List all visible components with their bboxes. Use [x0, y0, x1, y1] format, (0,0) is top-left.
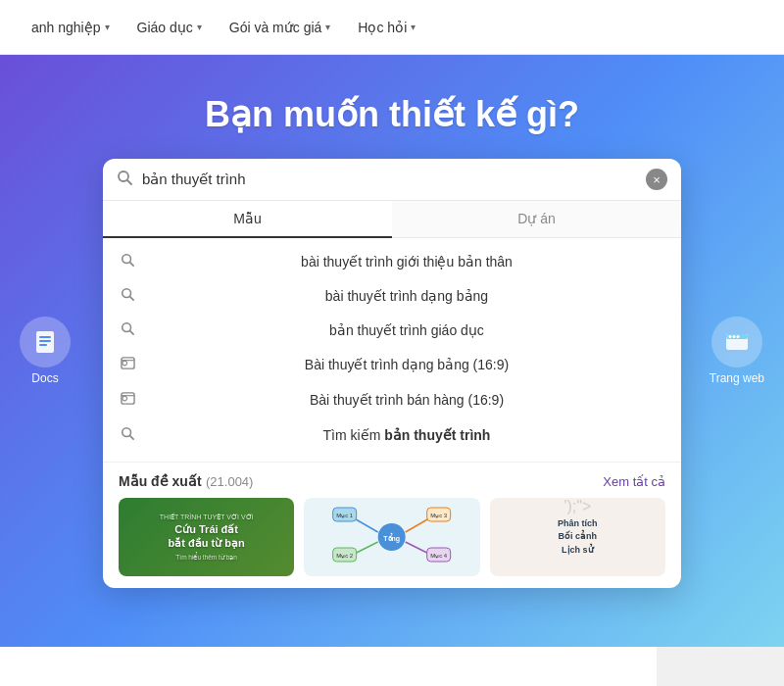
- svg-point-8: [736, 335, 739, 338]
- template-icon: [119, 391, 136, 409]
- svg-point-7: [732, 335, 735, 338]
- suggestion-text: Bài thuyết trình bán hàng (16:9): [148, 392, 665, 408]
- content-area: as Video: [0, 647, 784, 686]
- hero-title: Bạn muốn thiết kế gì?: [20, 94, 764, 135]
- view-all-link[interactable]: Xem tất cả: [603, 474, 665, 489]
- svg-line-16: [130, 331, 134, 335]
- suggestion-item[interactable]: bài thuyết trình dạng bảng: [103, 278, 681, 313]
- search-tabs: Mẫu Dự án: [103, 201, 681, 238]
- featured-section: Mẫu đề xuất (21.004) Xem tất cả THIẾT TR…: [103, 462, 681, 588]
- suggestion-item[interactable]: bản thuyết trình giáo dục: [103, 313, 681, 347]
- search-input-row: ×: [103, 159, 681, 201]
- docs-icon[interactable]: [20, 317, 71, 368]
- nav-label-education: Giáo dục: [137, 20, 193, 35]
- featured-card-2[interactable]: Tổng Mục 1 Mục 2 Mục 3 Mục 4: [304, 498, 479, 576]
- svg-rect-1: [39, 336, 51, 338]
- suggestion-item-search-bold[interactable]: Tìm kiếm bản thuyết trình: [103, 417, 681, 452]
- svg-text:Mục 2: Mục 2: [336, 553, 354, 560]
- nav-label-pricing: Gói và mức giá: [229, 20, 322, 35]
- webpage-icon[interactable]: [711, 317, 762, 368]
- featured-card-1[interactable]: THIẾT TRÌNH TUYỆT VỜI VỚI Cứu Trái đấtbắ…: [119, 498, 294, 576]
- hero-section: Bạn muốn thiết kế gì? Docs: [0, 55, 784, 647]
- nav-item-learn[interactable]: Học hỏi ▾: [346, 12, 427, 43]
- search-icon: [119, 321, 136, 338]
- suggestion-prefix: Tìm kiếm: [323, 427, 385, 443]
- suggestion-list: bài thuyết trình giới thiệu bản thân bài…: [103, 238, 681, 458]
- search-icon: [117, 170, 132, 189]
- svg-rect-17: [121, 358, 133, 368]
- svg-line-14: [130, 297, 134, 301]
- suggestion-item[interactable]: Bài thuyết trình dạng bảng (16:9): [103, 347, 681, 382]
- featured-header: Mẫu đề xuất (21.004) Xem tất cả: [119, 463, 665, 498]
- suggestion-text-bold: Tìm kiếm bản thuyết trình: [148, 427, 665, 443]
- svg-line-10: [127, 180, 131, 184]
- search-icon: [119, 287, 136, 304]
- suggestion-item[interactable]: Bài thuyết trình bán hàng (16:9): [103, 382, 681, 417]
- svg-rect-20: [121, 393, 133, 404]
- svg-text:Mục 4: Mục 4: [430, 553, 448, 560]
- svg-line-24: [130, 436, 134, 440]
- nav-item-business[interactable]: anh nghiệp ▾: [20, 12, 122, 43]
- chevron-down-icon: ▾: [197, 22, 202, 32]
- chevron-down-icon: ▾: [105, 22, 110, 32]
- tab-du-an[interactable]: Dự án: [392, 201, 681, 237]
- webpage-icon-group[interactable]: Trang web: [710, 317, 764, 385]
- svg-rect-2: [39, 340, 51, 342]
- featured-count: (21.004): [206, 474, 253, 489]
- tab-mau[interactable]: Mẫu: [103, 201, 392, 238]
- nav-label-learn: Học hỏi: [358, 20, 407, 35]
- nav-item-pricing[interactable]: Gói và mức giá ▾: [218, 12, 343, 43]
- nav-label-business: anh nghiệp: [31, 20, 101, 35]
- suggestion-text: bài thuyết trình giới thiệu bản thân: [148, 254, 665, 270]
- navbar: anh nghiệp ▾ Giáo dục ▾ Gói và mức giá ▾…: [0, 0, 784, 55]
- featured-title: Mẫu đề xuất: [119, 473, 202, 489]
- svg-line-12: [130, 263, 134, 267]
- search-icon: [119, 253, 136, 270]
- suggestion-text: bài thuyết trình dạng bảng: [148, 288, 665, 304]
- nav-item-education[interactable]: Giáo dục ▾: [125, 12, 214, 43]
- suggestion-item[interactable]: bài thuyết trình giới thiệu bản thân: [103, 244, 681, 278]
- card-1-text: THIẾT TRÌNH TUYỆT VỜI VỚI Cứu Trái đấtbắ…: [154, 507, 260, 566]
- suggestion-text: bản thuyết trình giáo dục: [148, 322, 665, 338]
- svg-point-6: [728, 335, 731, 338]
- svg-rect-3: [39, 344, 47, 346]
- search-container: × Mẫu Dự án bài thuyết trình giới thiệu …: [103, 159, 681, 588]
- svg-point-18: [122, 361, 126, 366]
- suggestion-text: Bài thuyết trình dạng bảng (16:9): [148, 357, 665, 372]
- featured-cards: THIẾT TRÌNH TUYỆT VỜI VỚI Cứu Trái đấtbắ…: [119, 498, 665, 576]
- featured-card-3[interactable]: Phân tíchBối cảnhLịch sử ');">: [490, 498, 665, 576]
- search-icon: [119, 426, 136, 443]
- left-card-strip: as: [0, 647, 88, 686]
- template-icon: [119, 356, 136, 373]
- webpage-label: Trang web: [710, 371, 764, 385]
- svg-text:Mục 1: Mục 1: [336, 513, 354, 519]
- chevron-down-icon: ▾: [411, 22, 416, 32]
- suggestion-bold: bản thuyết trình: [384, 427, 490, 443]
- chevron-down-icon: ▾: [325, 22, 330, 32]
- svg-point-21: [122, 396, 126, 401]
- search-input[interactable]: [142, 172, 646, 188]
- clear-search-button[interactable]: ×: [646, 169, 667, 190]
- docs-icon-group[interactable]: Docs: [20, 317, 71, 385]
- docs-label: Docs: [31, 371, 58, 385]
- svg-text:Mục 3: Mục 3: [430, 513, 448, 519]
- right-card-area: Video: [657, 647, 784, 686]
- featured-title-group: Mẫu đề xuất (21.004): [119, 472, 253, 490]
